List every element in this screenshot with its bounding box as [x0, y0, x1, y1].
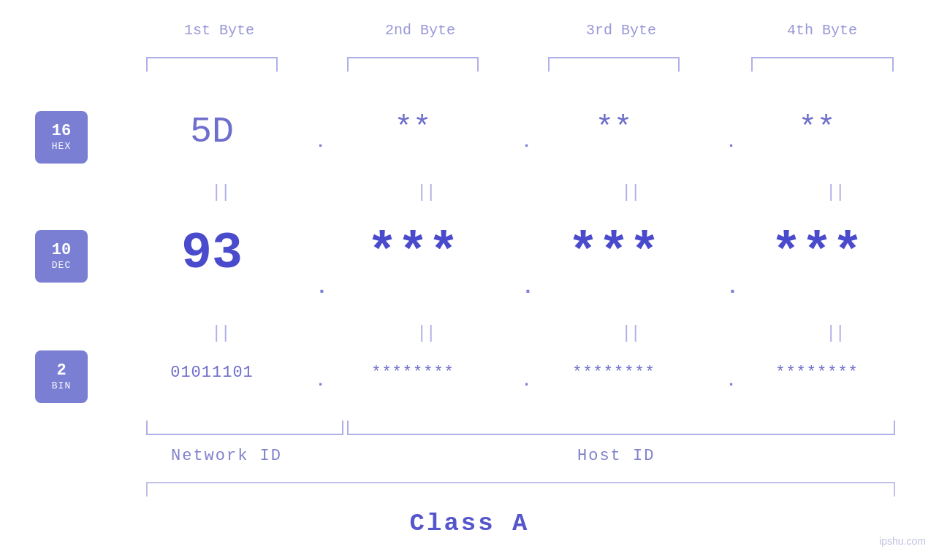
eq-hd-2: ||	[417, 183, 431, 202]
bin-badge-num: 2	[56, 362, 66, 380]
class-bracket	[146, 482, 895, 496]
bin-val-4: ********	[751, 364, 883, 382]
bracket-host	[347, 421, 895, 435]
dot-bin-2: .	[522, 372, 531, 391]
dec-val-2: ***	[347, 225, 479, 283]
bracket-top-col4	[751, 57, 894, 72]
bracket-network	[146, 421, 343, 435]
bracket-top-col2	[347, 57, 479, 72]
col1-header: 1st Byte	[153, 22, 285, 39]
bin-val-2: ********	[347, 364, 479, 382]
hex-badge-num: 16	[52, 123, 71, 140]
main-container: 16 HEX 10 DEC 2 BIN 1st Byte 2nd Byte 3r…	[0, 0, 939, 560]
watermark: ipshu.com	[879, 535, 926, 547]
bin-val-3: ********	[548, 364, 680, 382]
hex-val-4: **	[751, 111, 883, 146]
col3-header: 3rd Byte	[555, 22, 687, 39]
dot-dec-1: .	[316, 276, 328, 299]
eq-hd-4: ||	[826, 183, 840, 202]
dot-bin-3: .	[726, 372, 736, 391]
bracket-top-col3	[548, 57, 680, 72]
col4-header: 4th Byte	[756, 22, 888, 39]
dot-dec-3: .	[726, 276, 739, 299]
hex-badge-label: HEX	[52, 141, 71, 152]
eq-db-4: ||	[826, 323, 840, 343]
dec-badge-label: DEC	[52, 260, 71, 271]
hex-val-2: **	[347, 111, 479, 146]
dot-hex-2: .	[522, 134, 531, 152]
hex-val-1: 5D	[146, 111, 278, 153]
col2-header: 2nd Byte	[354, 22, 486, 39]
dot-hex-1: .	[316, 134, 325, 152]
hex-badge: 16 HEX	[35, 111, 88, 164]
dec-val-3: ***	[548, 225, 680, 283]
dot-bin-1: .	[316, 372, 325, 391]
bin-badge: 2 BIN	[35, 350, 88, 403]
eq-db-1: ||	[211, 323, 226, 343]
eq-hd-1: ||	[211, 183, 226, 202]
dec-val-4: ***	[751, 225, 883, 283]
hex-val-3: **	[548, 111, 680, 146]
bracket-top-col1	[146, 57, 278, 72]
host-id-label: Host ID	[577, 447, 655, 465]
dec-val-1: 93	[146, 225, 278, 283]
network-id-label: Network ID	[171, 447, 282, 465]
dot-dec-2: .	[522, 276, 534, 299]
dec-badge: 10 DEC	[35, 230, 88, 283]
dec-badge-num: 10	[52, 242, 71, 259]
dot-hex-3: .	[726, 134, 736, 152]
bin-badge-label: BIN	[52, 380, 71, 391]
eq-hd-3: ||	[621, 183, 636, 202]
class-label: Class A	[410, 510, 530, 537]
eq-db-3: ||	[621, 323, 636, 343]
bin-val-1: 01011101	[146, 364, 278, 382]
eq-db-2: ||	[417, 323, 431, 343]
